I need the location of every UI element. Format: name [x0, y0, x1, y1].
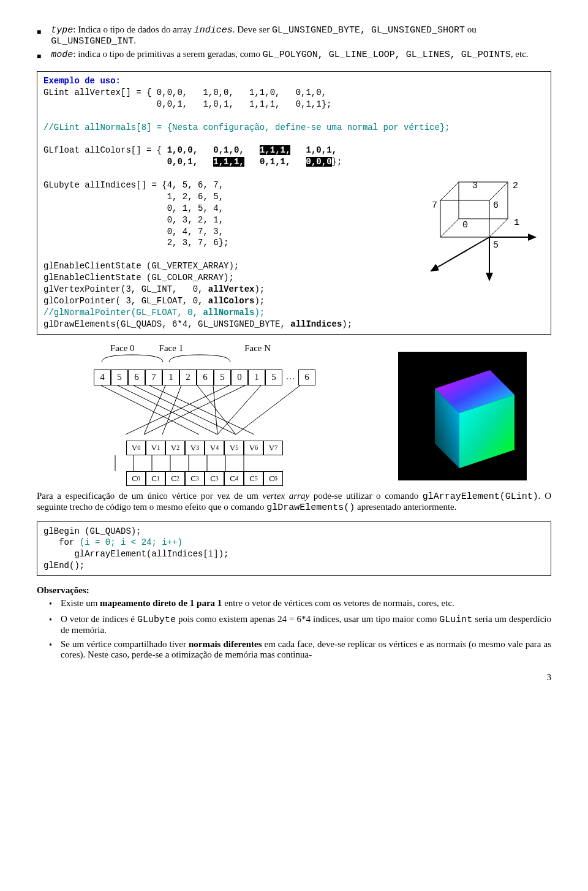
- code-line: GLint allVertex[] = { 0,0,0, 1,0,0, 1,1,…: [43, 87, 545, 99]
- bullet-dot-icon: •: [49, 639, 61, 660]
- index-box: 6: [197, 370, 214, 385]
- face-label: Face 1: [159, 343, 184, 354]
- obs-title: Observações:: [37, 585, 551, 596]
- mapping-lines-icon: [67, 385, 325, 441]
- code-line: glEnd();: [43, 560, 545, 572]
- obs-item: •Se um vértice compartilhado tiver norma…: [49, 639, 551, 660]
- index-box: 2: [179, 370, 197, 385]
- svg-text:3: 3: [472, 181, 478, 191]
- v-box: V6: [244, 441, 263, 455]
- paragraph: Para a especificação de um único vértice…: [37, 491, 551, 513]
- v-box: V1: [146, 441, 165, 455]
- c-box: C2: [165, 471, 185, 486]
- code-block-2: glBegin (GL_QUADS); for (i = 0; i < 24; …: [37, 521, 551, 577]
- bullet-text: mode: indica o tipo de primitivas a sere…: [51, 49, 528, 63]
- color-boxes: C0 C1 C2 C3 C3 C4 C5 C6: [54, 471, 355, 486]
- top-bullet-list: ■ type: Indica o tipo de dados do array …: [37, 25, 551, 63]
- code-line: glBegin (GL_QUADS);: [43, 526, 545, 537]
- vertex-boxes: V0 V1 V2 V3 V4 V5 V6 V7: [54, 441, 355, 455]
- color-cube-image: [398, 352, 527, 480]
- v-box: V2: [165, 441, 185, 455]
- diagram-section: Face 0 Face 1 Face N 4 5 6 7 1 2 6 5 0 1…: [37, 343, 551, 486]
- svg-text:4: 4: [432, 264, 438, 274]
- svg-line-3: [489, 182, 508, 200]
- code-comment: //glNormalPointer(GL_FLOAT, 0, allNormal…: [43, 307, 545, 319]
- index-box: 0: [231, 370, 248, 385]
- code-line: glArrayElement(allIndices[i]);: [43, 548, 545, 560]
- example-title: Exemplo de uso:: [43, 76, 121, 86]
- svg-line-4: [489, 219, 508, 237]
- svg-line-25: [126, 385, 229, 434]
- svg-line-2: [440, 182, 459, 200]
- code-line: for (i = 0; i < 24; i++): [43, 537, 545, 548]
- index-box: …: [282, 370, 298, 384]
- code-line: GLfloat allColors[] = { 1,0,0, 0,1,0, 1,…: [43, 145, 545, 156]
- svg-text:1: 1: [514, 218, 519, 228]
- cube-diagram-icon: 0 1 2 3 4 5 6 7: [416, 176, 538, 286]
- bullet-square-icon: ■: [37, 49, 51, 63]
- code-line: glDrawElements(GL_QUADS, 6*4, GL_UNSIGNE…: [43, 319, 545, 330]
- svg-text:7: 7: [432, 200, 437, 211]
- index-box: 1: [248, 370, 265, 385]
- index-box: 6: [128, 370, 145, 385]
- bullet-square-icon: ■: [37, 25, 51, 47]
- code-line: 0,0,1, 1,1,1, 0,1,1, 0,0,0};: [43, 156, 545, 168]
- face-labels: Face 0 Face 1 Face N: [110, 343, 355, 354]
- c-box: C5: [244, 471, 263, 486]
- index-box: 6: [298, 370, 315, 385]
- code-comment: //GLint allNormals[8] = {Nesta configura…: [43, 122, 545, 134]
- bullet-dot-icon: •: [49, 614, 61, 635]
- code-line: glColorPointer( 3, GL_FLOAT, 0, allColor…: [43, 295, 545, 307]
- bullet-item: ■ mode: indica o tipo de primitivas a se…: [37, 49, 551, 63]
- index-box: 7: [145, 370, 162, 385]
- svg-text:5: 5: [493, 240, 499, 251]
- code-line: 0,0,1, 1,0,1, 1,1,1, 0,1,1};: [43, 99, 545, 110]
- face-label: Face N: [244, 343, 271, 354]
- page-number: 3: [37, 672, 551, 683]
- svg-line-21: [144, 385, 165, 434]
- v-box: V5: [224, 441, 244, 455]
- c-box: C6: [263, 471, 283, 486]
- svg-text:2: 2: [513, 181, 518, 191]
- c-box: C3: [185, 471, 205, 486]
- index-box: 5: [111, 370, 128, 385]
- index-box: 5: [265, 370, 282, 385]
- index-box: 5: [214, 370, 231, 385]
- c-box: C0: [126, 471, 146, 486]
- svg-line-28: [236, 385, 300, 434]
- v-box: V0: [126, 441, 146, 455]
- bullet-item: ■ type: Indica o tipo de dados do array …: [37, 25, 551, 47]
- c-box: C3: [205, 471, 224, 486]
- obs-list: •Existe um mapeamento direto de 1 para 1…: [49, 598, 551, 660]
- code-block-1: Exemplo de uso: GLint allVertex[] = { 0,…: [37, 71, 551, 335]
- brace-icon: [96, 354, 353, 363]
- v-box: V3: [185, 441, 205, 455]
- svg-line-8: [431, 237, 489, 271]
- svg-text:0: 0: [462, 220, 468, 230]
- bullet-dot-icon: •: [49, 598, 61, 610]
- svg-line-5: [440, 219, 459, 237]
- index-box: 4: [94, 370, 111, 385]
- c-box: C4: [224, 471, 244, 486]
- face-label: Face 0: [110, 343, 135, 354]
- index-box: 1: [162, 370, 179, 385]
- v-box: V4: [205, 441, 224, 455]
- obs-item: •Existe um mapeamento direto de 1 para 1…: [49, 598, 551, 610]
- c-box: C1: [146, 471, 165, 486]
- svg-text:6: 6: [493, 200, 499, 211]
- vertical-lines-icon: [105, 455, 277, 471]
- v-box: V7: [263, 441, 283, 455]
- index-boxes: 4 5 6 7 1 2 6 5 0 1 5 … 6: [54, 370, 355, 385]
- bullet-text: type: Indica o tipo de dados do array in…: [51, 25, 551, 47]
- obs-item: •O vetor de índices é GLubyte pois como …: [49, 614, 551, 635]
